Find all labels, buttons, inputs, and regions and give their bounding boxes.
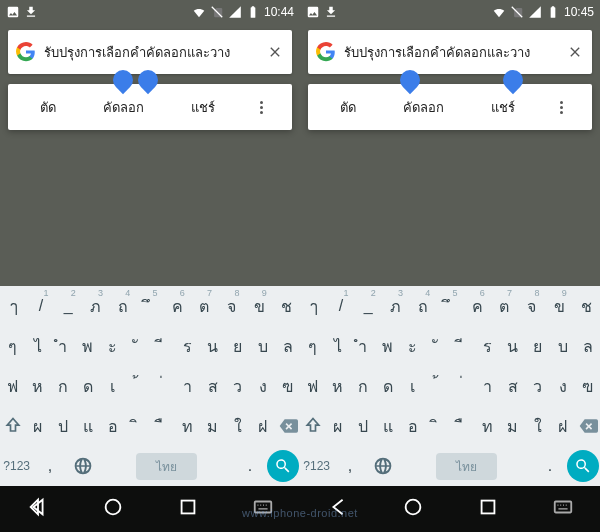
key[interactable]: ะ (400, 326, 425, 366)
key[interactable]: ย (525, 326, 550, 366)
key[interactable]: ด (75, 366, 100, 406)
key[interactable]: ื (450, 406, 475, 446)
key[interactable]: ว (525, 366, 550, 406)
key[interactable]: ช (273, 286, 300, 326)
key[interactable]: ใ (225, 406, 250, 446)
search-bar[interactable]: รับปรุงการเลือกคำคัดลอกและวาง (8, 30, 292, 74)
key[interactable]: ะ (100, 326, 125, 366)
more-button[interactable] (554, 101, 569, 114)
key[interactable]: ว (225, 366, 250, 406)
nav-recent[interactable] (477, 496, 499, 522)
key[interactable]: ค6 (464, 286, 491, 326)
key[interactable]: ช (573, 286, 600, 326)
key-globe[interactable] (67, 446, 100, 486)
search-input[interactable]: รับปรุงการเลือกคำคัดลอกและวาง (44, 42, 260, 63)
key[interactable]: ๆ (0, 326, 25, 366)
key[interactable]: _2 (355, 286, 382, 326)
key[interactable]: พ (375, 326, 400, 366)
key-shift[interactable] (0, 406, 25, 446)
key[interactable]: พ (75, 326, 100, 366)
key[interactable]: ถ4 (409, 286, 436, 326)
share-button[interactable]: แชร์ (183, 97, 223, 118)
key-space[interactable]: ไทย (400, 446, 533, 486)
key[interactable]: ต7 (191, 286, 218, 326)
key[interactable]: า (175, 366, 200, 406)
key[interactable]: ล (275, 326, 300, 366)
key[interactable]: ม (500, 406, 525, 446)
clear-icon[interactable] (566, 43, 584, 61)
key[interactable]: ป (350, 406, 375, 446)
key-shift[interactable] (300, 406, 325, 446)
key[interactable]: ข9 (245, 286, 272, 326)
key[interactable]: แ (75, 406, 100, 446)
key[interactable]: ฃ (275, 366, 300, 406)
key[interactable]: /1 (327, 286, 354, 326)
key[interactable]: ด (375, 366, 400, 406)
key[interactable]: ภ3 (382, 286, 409, 326)
key[interactable]: ส (500, 366, 525, 406)
key[interactable]: ั (125, 326, 150, 366)
key[interactable]: ๆ (300, 326, 325, 366)
cut-button[interactable]: ตัด (32, 97, 64, 118)
key[interactable]: อ (100, 406, 125, 446)
key[interactable]: ผ (25, 406, 50, 446)
key[interactable]: ล (575, 326, 600, 366)
key[interactable]: เ (400, 366, 425, 406)
nav-back[interactable] (27, 496, 49, 522)
key[interactable]: ห (25, 366, 50, 406)
key[interactable]: เ (100, 366, 125, 406)
key-comma[interactable]: , (333, 446, 366, 486)
key[interactable]: ถ4 (109, 286, 136, 326)
clear-icon[interactable] (266, 43, 284, 61)
nav-recent[interactable] (177, 496, 199, 522)
key[interactable]: ร (475, 326, 500, 366)
key-symbols[interactable]: ?123 (0, 446, 33, 486)
key[interactable]: ก (50, 366, 75, 406)
share-button[interactable]: แชร์ (483, 97, 523, 118)
key[interactable]: ย (225, 326, 250, 366)
key[interactable]: ท (475, 406, 500, 446)
key[interactable]: ภ3 (82, 286, 109, 326)
key[interactable]: า (475, 366, 500, 406)
key[interactable]: ำ (350, 326, 375, 366)
key[interactable]: ฟ (300, 366, 325, 406)
key[interactable]: ม (200, 406, 225, 446)
key[interactable]: ื (150, 406, 175, 446)
key-comma[interactable]: , (33, 446, 66, 486)
nav-ime[interactable] (252, 496, 274, 522)
key[interactable]: ผ (325, 406, 350, 446)
key-backspace[interactable] (275, 406, 300, 446)
key[interactable]: อ (400, 406, 425, 446)
key-period[interactable]: . (533, 446, 566, 486)
key[interactable]: ร (175, 326, 200, 366)
key[interactable]: ึ5 (136, 286, 163, 326)
key[interactable]: ฝ (550, 406, 575, 446)
search-bar[interactable]: รับปรุงการเลือกคำคัดลอกและวาง (308, 30, 592, 74)
key[interactable]: ไ (325, 326, 350, 366)
key[interactable]: บ (250, 326, 275, 366)
nav-home[interactable] (102, 496, 124, 522)
key[interactable]: ั (425, 326, 450, 366)
key[interactable]: ป (50, 406, 75, 446)
key[interactable]: ค6 (164, 286, 191, 326)
key[interactable]: แ (375, 406, 400, 446)
key[interactable]: ใ (525, 406, 550, 446)
search-input[interactable]: รับปรุงการเลือกคำคัดลอกและวาง (344, 42, 560, 63)
key-symbols[interactable]: ?123 (300, 446, 333, 486)
key[interactable]: ่ (150, 366, 175, 406)
key[interactable]: ห (325, 366, 350, 406)
key-search[interactable] (567, 446, 600, 486)
key[interactable]: ึ5 (436, 286, 463, 326)
copy-button[interactable]: คัดลอก (95, 97, 152, 118)
key[interactable]: ่ (450, 366, 475, 406)
key-globe[interactable] (367, 446, 400, 486)
key[interactable]: ๅ (0, 286, 27, 326)
key[interactable]: ส (200, 366, 225, 406)
key-search[interactable] (267, 446, 300, 486)
key[interactable]: ำ (50, 326, 75, 366)
key[interactable]: ิ (425, 406, 450, 446)
key[interactable]: ก (350, 366, 375, 406)
key-space[interactable]: ไทย (100, 446, 233, 486)
key[interactable]: ี (450, 326, 475, 366)
key[interactable]: ฃ (575, 366, 600, 406)
